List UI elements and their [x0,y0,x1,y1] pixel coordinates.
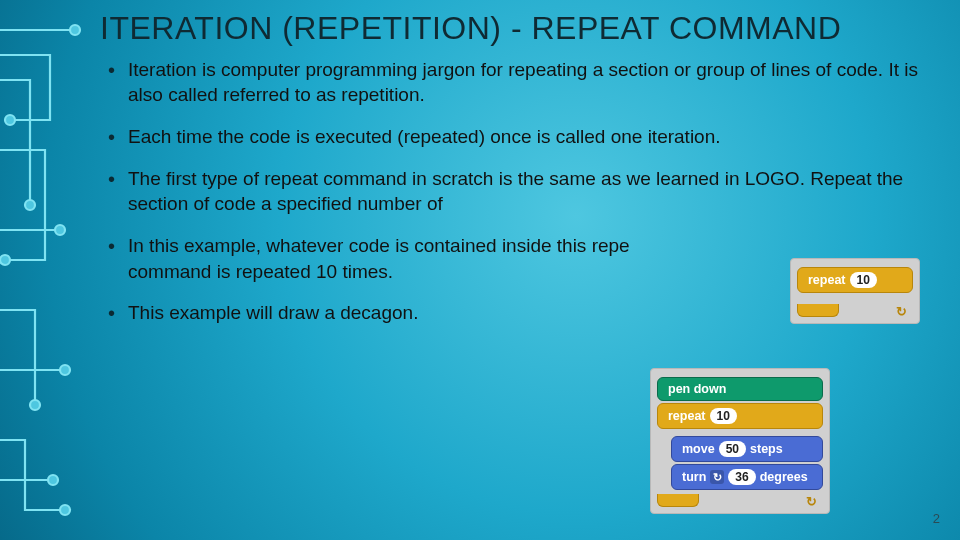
list-item: In this example, whatever code is contai… [116,233,676,284]
turn-suffix: degrees [760,470,808,484]
scratch-move-block: move 50 steps [671,436,823,462]
list-item: Each time the code is executed (repeated… [116,124,930,150]
turn-label: turn [682,470,706,484]
scratch-turn-block: turn ↻ 36 degrees [671,464,823,490]
repeat-label: repeat [668,409,706,423]
scratch-repeat-block: repeat 10 [797,267,913,293]
page-number: 2 [933,511,940,526]
move-label: move [682,442,715,456]
list-item: Iteration is computer programming jargon… [116,57,930,108]
svg-point-7 [60,505,70,515]
svg-point-6 [60,365,70,375]
svg-point-5 [30,400,40,410]
svg-point-3 [0,255,10,265]
move-suffix: steps [750,442,783,456]
svg-point-4 [55,225,65,235]
slide-title: ITERATION (REPETITION) - REPEAT COMMAND [100,10,930,47]
scratch-block-repeat-small: repeat 10 [790,258,920,324]
turn-cw-icon: ↻ [710,470,724,484]
scratch-repeat-block: repeat 10 [657,403,823,429]
turn-value: 36 [728,469,755,485]
scratch-block-decagon: pen down repeat 10 move 50 steps turn ↻ … [650,368,830,514]
repeat-label: repeat [808,273,846,287]
svg-point-1 [5,115,15,125]
svg-point-8 [48,475,58,485]
svg-point-0 [70,25,80,35]
repeat-value: 10 [850,272,877,288]
pen-down-label: pen down [668,382,726,396]
svg-point-2 [25,200,35,210]
move-value: 50 [719,441,746,457]
list-item: The first type of repeat command in scra… [116,166,930,217]
scratch-pen-down-block: pen down [657,377,823,401]
repeat-value: 10 [710,408,737,424]
